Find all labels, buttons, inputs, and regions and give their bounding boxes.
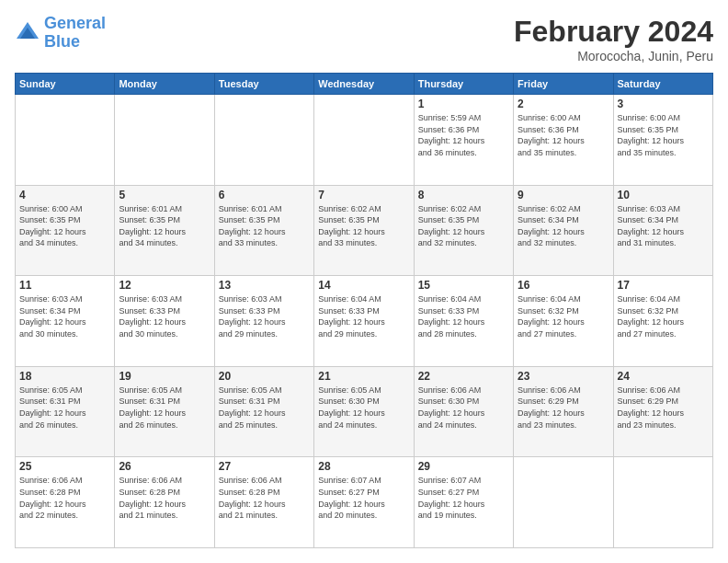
day-number: 19 [119, 370, 210, 383]
day-number: 1 [418, 98, 509, 110]
day-number: 16 [518, 279, 609, 292]
day-number: 17 [618, 279, 709, 292]
day-number: 25 [19, 460, 110, 473]
day-info: Sunrise: 6:00 AM Sunset: 6:35 PM Dayligh… [618, 112, 709, 158]
calendar-cell: 17Sunrise: 6:04 AM Sunset: 6:32 PM Dayli… [613, 276, 712, 367]
logo-line1: General [44, 14, 106, 32]
day-number: 15 [418, 279, 509, 292]
header-cell-saturday: Saturday [613, 74, 712, 95]
calendar-cell [115, 95, 214, 186]
calendar-cell: 10Sunrise: 6:03 AM Sunset: 6:34 PM Dayli… [613, 185, 712, 276]
day-info: Sunrise: 6:01 AM Sunset: 6:35 PM Dayligh… [119, 203, 210, 249]
day-info: Sunrise: 6:03 AM Sunset: 6:34 PM Dayligh… [618, 203, 709, 249]
header: General Blue February 2024 Morococha, Ju… [15, 15, 713, 63]
sub-title: Morococha, Junin, Peru [514, 49, 713, 63]
day-info: Sunrise: 6:02 AM Sunset: 6:34 PM Dayligh… [518, 203, 609, 249]
calendar-cell: 29Sunrise: 6:07 AM Sunset: 6:27 PM Dayli… [414, 457, 513, 548]
logo: General Blue [15, 15, 106, 52]
calendar-week-4: 25Sunrise: 6:06 AM Sunset: 6:28 PM Dayli… [16, 457, 713, 548]
calendar-cell: 25Sunrise: 6:06 AM Sunset: 6:28 PM Dayli… [16, 457, 115, 548]
header-cell-thursday: Thursday [414, 74, 513, 95]
day-info: Sunrise: 6:07 AM Sunset: 6:27 PM Dayligh… [318, 475, 409, 521]
calendar-week-0: 1Sunrise: 5:59 AM Sunset: 6:36 PM Daylig… [16, 95, 713, 186]
calendar-cell: 28Sunrise: 6:07 AM Sunset: 6:27 PM Dayli… [314, 457, 414, 548]
day-number: 21 [318, 370, 409, 383]
calendar-cell: 14Sunrise: 6:04 AM Sunset: 6:33 PM Dayli… [314, 276, 414, 367]
day-number: 14 [318, 279, 409, 292]
calendar-cell: 7Sunrise: 6:02 AM Sunset: 6:35 PM Daylig… [314, 185, 414, 276]
calendar-week-1: 4Sunrise: 6:00 AM Sunset: 6:35 PM Daylig… [16, 185, 713, 276]
calendar-cell [314, 95, 414, 186]
day-number: 28 [318, 460, 409, 473]
header-cell-monday: Monday [115, 74, 214, 95]
logo-line2: Blue [44, 32, 80, 51]
day-number: 24 [618, 370, 709, 383]
day-number: 5 [119, 189, 210, 201]
day-info: Sunrise: 6:04 AM Sunset: 6:32 PM Dayligh… [618, 293, 709, 339]
calendar-cell [16, 95, 115, 186]
day-info: Sunrise: 6:01 AM Sunset: 6:35 PM Dayligh… [219, 203, 310, 249]
day-info: Sunrise: 6:00 AM Sunset: 6:36 PM Dayligh… [518, 112, 609, 158]
calendar-cell: 22Sunrise: 6:06 AM Sunset: 6:30 PM Dayli… [414, 366, 513, 457]
day-info: Sunrise: 6:05 AM Sunset: 6:31 PM Dayligh… [119, 385, 210, 431]
day-number: 9 [518, 189, 609, 201]
calendar-cell: 18Sunrise: 6:05 AM Sunset: 6:31 PM Dayli… [16, 366, 115, 457]
logo-text: General Blue [44, 15, 106, 52]
day-info: Sunrise: 6:05 AM Sunset: 6:31 PM Dayligh… [19, 385, 110, 431]
calendar-cell: 12Sunrise: 6:03 AM Sunset: 6:33 PM Dayli… [115, 276, 214, 367]
day-number: 22 [418, 370, 509, 383]
page: General Blue February 2024 Morococha, Ju… [0, 0, 728, 563]
calendar-cell: 20Sunrise: 6:05 AM Sunset: 6:31 PM Dayli… [214, 366, 313, 457]
calendar-cell: 23Sunrise: 6:06 AM Sunset: 6:29 PM Dayli… [514, 366, 613, 457]
calendar-cell: 2Sunrise: 6:00 AM Sunset: 6:36 PM Daylig… [514, 95, 613, 186]
day-info: Sunrise: 6:02 AM Sunset: 6:35 PM Dayligh… [318, 203, 409, 249]
calendar-cell [214, 95, 313, 186]
calendar-cell: 16Sunrise: 6:04 AM Sunset: 6:32 PM Dayli… [514, 276, 613, 367]
calendar-cell: 3Sunrise: 6:00 AM Sunset: 6:35 PM Daylig… [613, 95, 712, 186]
calendar-cell: 27Sunrise: 6:06 AM Sunset: 6:28 PM Dayli… [214, 457, 313, 548]
header-cell-wednesday: Wednesday [314, 74, 414, 95]
calendar-week-3: 18Sunrise: 6:05 AM Sunset: 6:31 PM Dayli… [16, 366, 713, 457]
header-cell-tuesday: Tuesday [214, 74, 313, 95]
calendar-cell: 21Sunrise: 6:05 AM Sunset: 6:30 PM Dayli… [314, 366, 414, 457]
day-number: 20 [219, 370, 310, 383]
calendar-cell: 13Sunrise: 6:03 AM Sunset: 6:33 PM Dayli… [214, 276, 313, 367]
day-info: Sunrise: 6:05 AM Sunset: 6:31 PM Dayligh… [219, 385, 310, 431]
calendar-cell: 8Sunrise: 6:02 AM Sunset: 6:35 PM Daylig… [414, 185, 513, 276]
calendar-cell: 15Sunrise: 6:04 AM Sunset: 6:33 PM Dayli… [414, 276, 513, 367]
day-number: 29 [418, 460, 509, 473]
day-number: 6 [219, 189, 310, 201]
header-cell-sunday: Sunday [16, 74, 115, 95]
day-number: 26 [119, 460, 210, 473]
day-info: Sunrise: 6:06 AM Sunset: 6:28 PM Dayligh… [19, 475, 110, 521]
day-info: Sunrise: 6:03 AM Sunset: 6:33 PM Dayligh… [219, 293, 310, 339]
day-number: 4 [19, 189, 110, 201]
calendar-cell: 19Sunrise: 6:05 AM Sunset: 6:31 PM Dayli… [115, 366, 214, 457]
day-number: 8 [418, 189, 509, 201]
calendar-cell [613, 457, 712, 548]
day-number: 23 [518, 370, 609, 383]
day-number: 12 [119, 279, 210, 292]
calendar-week-2: 11Sunrise: 6:03 AM Sunset: 6:34 PM Dayli… [16, 276, 713, 367]
day-info: Sunrise: 6:00 AM Sunset: 6:35 PM Dayligh… [19, 203, 110, 249]
day-number: 2 [518, 98, 609, 110]
day-info: Sunrise: 6:04 AM Sunset: 6:33 PM Dayligh… [418, 293, 509, 339]
calendar-cell: 5Sunrise: 6:01 AM Sunset: 6:35 PM Daylig… [115, 185, 214, 276]
calendar-cell: 24Sunrise: 6:06 AM Sunset: 6:29 PM Dayli… [613, 366, 712, 457]
day-info: Sunrise: 6:06 AM Sunset: 6:29 PM Dayligh… [518, 385, 609, 431]
day-info: Sunrise: 6:04 AM Sunset: 6:32 PM Dayligh… [518, 293, 609, 339]
header-row: SundayMondayTuesdayWednesdayThursdayFrid… [16, 74, 713, 95]
calendar-cell: 26Sunrise: 6:06 AM Sunset: 6:28 PM Dayli… [115, 457, 214, 548]
day-info: Sunrise: 6:06 AM Sunset: 6:28 PM Dayligh… [119, 475, 210, 521]
logo-icon [15, 20, 40, 46]
day-number: 27 [219, 460, 310, 473]
day-number: 13 [219, 279, 310, 292]
day-info: Sunrise: 6:06 AM Sunset: 6:28 PM Dayligh… [219, 475, 310, 521]
calendar-header: SundayMondayTuesdayWednesdayThursdayFrid… [16, 74, 713, 95]
main-title: February 2024 [514, 15, 713, 49]
day-info: Sunrise: 6:03 AM Sunset: 6:33 PM Dayligh… [119, 293, 210, 339]
calendar-cell [514, 457, 613, 548]
calendar-cell: 4Sunrise: 6:00 AM Sunset: 6:35 PM Daylig… [16, 185, 115, 276]
day-info: Sunrise: 6:05 AM Sunset: 6:30 PM Dayligh… [318, 385, 409, 431]
day-number: 3 [618, 98, 709, 110]
